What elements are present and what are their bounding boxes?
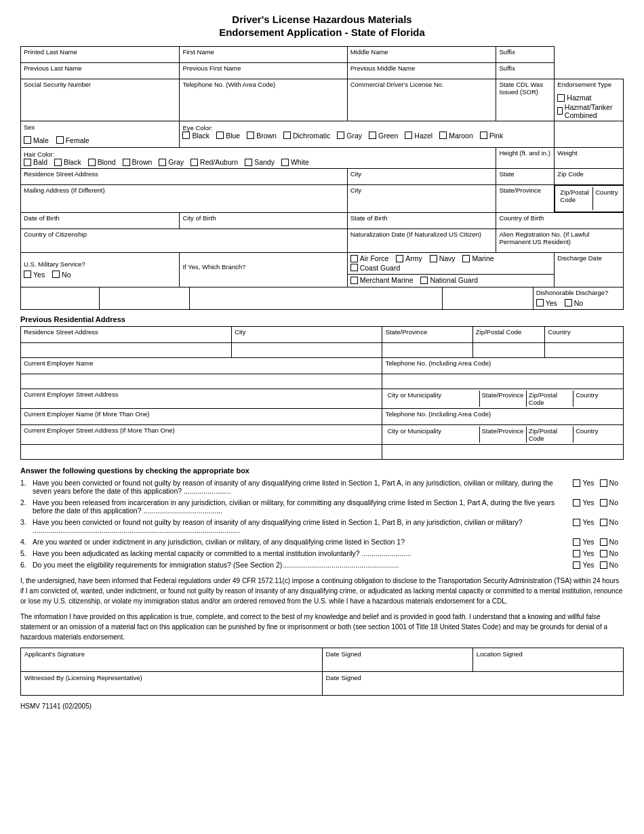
female-option[interactable]: Female [56,136,89,144]
marine-option[interactable]: Marine [462,254,494,262]
q1-no[interactable]: No [600,479,618,487]
eye-maroon[interactable]: Maroon [439,132,473,140]
military-yes[interactable]: Yes [24,271,45,279]
hair-bald[interactable]: Bald [24,158,47,166]
q5-yes[interactable]: Yes [573,549,594,557]
middle-name-label: Middle Name [350,48,494,56]
date-signed2-label: Date Signed [326,674,361,681]
first-name-cell: First Name [180,47,347,63]
eye-black[interactable]: Black [182,132,209,140]
dishonorable-discharge-cell: Dishonorable Discharge? Yes No [533,287,623,310]
hair-red-auburn[interactable]: Red/Auburn [190,158,238,166]
female-checkbox[interactable] [56,136,64,144]
q2-no[interactable]: No [600,498,618,507]
discharge-cell: Discharge Date [555,253,624,287]
employer2-name-cell: Current Employer Name (If More Than One) [21,409,382,425]
employer2-street-cell: Current Employer Street Address (If More… [21,425,382,445]
employer-name-value [21,374,382,389]
emp2-country-label: Country [573,426,620,443]
military-no[interactable]: No [52,271,71,279]
male-option[interactable]: Male [24,136,49,144]
mailing-zip-cell: Zip/Postal Code [558,187,592,210]
employer-phone-cell: Telephone No. (Including Area Code) [382,358,624,374]
hazmat-checkbox[interactable] [557,94,565,102]
date-signed-label: Date Signed [326,650,361,658]
question-6: 6. Do you meet the eligibility requireme… [20,561,624,569]
q6-yes[interactable]: Yes [573,561,594,569]
q3-yes[interactable]: Yes [573,518,594,526]
national-guard-option[interactable]: National Guard [420,276,478,284]
telephone-cell: Telephone No. (With Area Code) [180,79,347,121]
prev-country-value-cell [545,343,624,358]
eye-hazel[interactable]: Hazel [405,132,432,140]
q3-no[interactable]: No [600,518,618,526]
employer-name-cell: Current Employer Name [21,358,382,374]
zip-cell: Zip Code [555,169,624,185]
military-discharge-table: Dishonorable Discharge? Yes No [20,287,624,311]
q6-no[interactable]: No [600,561,618,569]
army-option[interactable]: Army [396,254,422,262]
merchant-marine-option[interactable]: Merchant Marine [350,276,414,284]
q4-no[interactable]: No [600,538,618,546]
q1-yes[interactable]: Yes [573,479,594,487]
prev-street-value-cell [21,343,232,358]
sex-cell: Sex Male Female [21,121,180,148]
hazmat-tanker-option[interactable]: Hazmat/Tanker Combined [557,103,615,119]
question-2: 2. Have you been released from incarcera… [20,498,624,515]
military-no-label: No [62,271,71,279]
form-footer: HSMV 71141 (02/2005) [20,702,624,710]
q2-yes[interactable]: Yes [573,498,594,507]
emp2-state-label: State/Province [479,426,526,443]
eye-color-label: Eye Color: [182,124,212,132]
dishonorable-label: Dishonorable Discharge? [536,289,620,296]
air-force-option[interactable]: Air Force [350,254,389,262]
middle-name-cell: Middle Name [347,47,496,63]
military-branches-row2-cell: Merchant Marine National Guard [347,275,555,287]
hair-white[interactable]: White [281,158,309,166]
dis-yes[interactable]: Yes [536,299,557,307]
endorsement-options: Hazmat Hazmat/Tanker Combined [557,94,620,119]
zip-label: Zip Code [557,170,620,178]
state-cell: State [496,169,555,185]
state-label: State [499,170,551,178]
navy-option[interactable]: Navy [430,254,456,262]
employer2-street-value [21,445,382,460]
eye-pink[interactable]: Pink [480,132,503,140]
naturalization-cell: Naturalization Date (If Naturalized US C… [347,229,496,253]
alien-reg-label: Alien Registration No. (If Lawful Perman… [499,231,620,245]
witnessed-by-cell: Witnessed By (Licensing Representative) [21,672,323,696]
hair-blond[interactable]: Blond [88,158,116,166]
hair-black[interactable]: Black [54,158,81,166]
printed-last-name-cell: Printed Last Name [21,47,180,63]
height-cell: Height (ft. and in.) [496,148,555,169]
hair-sandy[interactable]: Sandy [245,158,275,166]
coast-guard-option[interactable]: Coast Guard [350,264,401,272]
male-checkbox[interactable] [24,136,31,144]
eye-green[interactable]: Green [369,132,398,140]
eye-brown[interactable]: Brown [247,132,277,140]
city-of-birth-label: City of Birth [182,214,344,222]
hazmat-label: Hazmat [567,94,591,102]
mailing-zip-country-cell: Zip/Postal Code Country [555,185,623,212]
eye-gray[interactable]: Gray [337,132,362,140]
military-yes-no: Yes No [24,271,176,280]
eye-blue[interactable]: Blue [216,132,240,140]
q4-yes[interactable]: Yes [573,538,594,546]
eye-dichromatic[interactable]: Dichromatic [283,132,330,140]
location-signed-cell: Location Signed [472,648,623,672]
q5-no[interactable]: No [600,549,618,557]
hazmat-tanker-checkbox[interactable] [557,107,563,115]
emp2-city-label: City or Municipality [385,426,479,443]
hair-gray[interactable]: Gray [159,158,184,166]
dis-no[interactable]: No [565,299,583,307]
hazmat-option[interactable]: Hazmat [557,94,591,102]
ssn-cell: Social Security Number [21,79,180,121]
hair-brown[interactable]: Brown [123,158,153,166]
residence-street-label: Residence Street Address [24,170,344,178]
prev-zip-value-cell [472,343,545,358]
if-yes-which-cell: If Yes, Which Branch? [180,253,347,287]
discharge-date-label: Discharge Date [557,254,620,262]
employer-street-cell: Current Employer Street Address [21,389,382,409]
if-yes-which-label: If Yes, Which Branch? [182,263,344,271]
country-of-birth-label: Country of Birth [499,214,620,222]
